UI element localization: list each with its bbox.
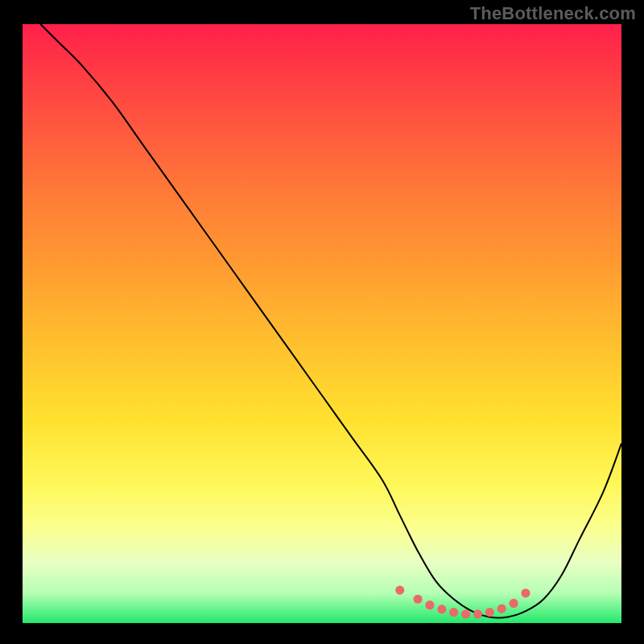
chart-container: TheBottleneck.com	[0, 0, 644, 644]
curve-marker	[461, 609, 470, 618]
curve-svg	[23, 24, 621, 623]
curve-marker	[521, 588, 530, 597]
curve-marker	[485, 608, 494, 617]
curve-marker	[395, 586, 404, 595]
curve-marker	[510, 599, 518, 608]
curve-marker	[497, 605, 506, 613]
bottleneck-curve	[40, 24, 621, 618]
curve-marker	[425, 601, 434, 609]
plot-area	[23, 24, 621, 623]
curve-marker	[437, 605, 446, 613]
watermark-text: TheBottleneck.com	[470, 3, 636, 24]
curve-marker	[449, 608, 458, 617]
curve-markers	[395, 586, 530, 619]
curve-marker	[473, 609, 482, 618]
curve-marker	[413, 595, 422, 604]
